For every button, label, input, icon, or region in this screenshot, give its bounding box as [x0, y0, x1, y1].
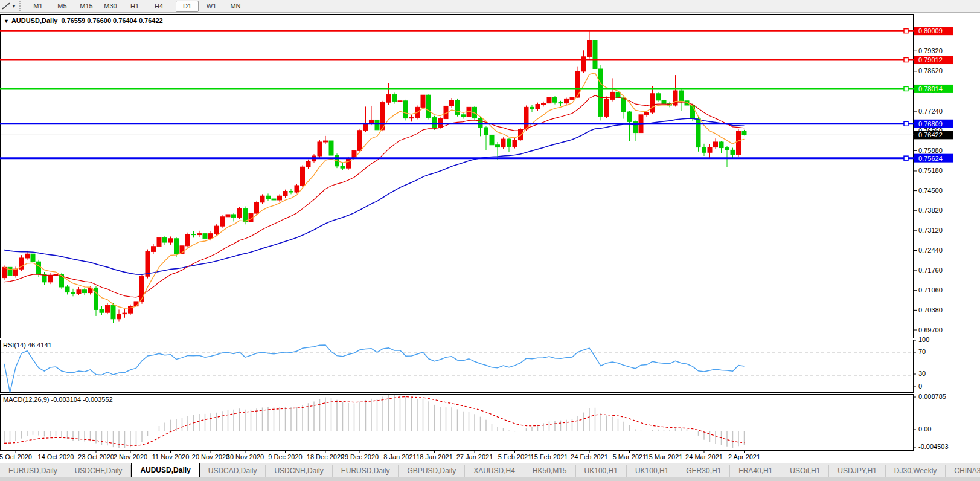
svg-text:0.74500: 0.74500 — [918, 187, 943, 194]
chart-tab-uk100-h1[interactable]: UK100,H1 — [627, 465, 677, 477]
svg-text:0.73820: 0.73820 — [918, 207, 943, 214]
svg-text:0.008785: 0.008785 — [918, 393, 946, 400]
chart-tab-dj30-weekly[interactable]: DJ30,Weekly — [886, 465, 946, 477]
svg-text:0.75880: 0.75880 — [918, 147, 943, 154]
chart-tab-usdcad-daily[interactable]: USDCAD,Daily — [200, 465, 266, 477]
chart-tab-hk50-m15[interactable]: HK50,M15 — [524, 465, 576, 477]
ohlc-values: 0.76559 0.76600 0.76404 0.76422 — [61, 17, 162, 24]
svg-text:27 Jan 2021: 27 Jan 2021 — [456, 453, 493, 460]
macd-indicator-label: MACD(12,26,9) -0.003104 -0.003552 — [3, 396, 113, 403]
svg-text:0.77240: 0.77240 — [918, 108, 943, 115]
chart-tab-eurusd-daily[interactable]: EURUSD,Daily — [0, 465, 66, 477]
svg-text:2 Nov 2020: 2 Nov 2020 — [114, 453, 147, 460]
chart-title: ▼AUDUSD,Daily 0.76559 0.76600 0.76404 0.… — [4, 17, 163, 24]
svg-text:0: 0 — [918, 383, 922, 390]
svg-text:0.76809: 0.76809 — [918, 120, 943, 128]
svg-text:100: 100 — [918, 336, 929, 343]
chart-tab-usdjpy-h1[interactable]: USDJPY,H1 — [829, 465, 885, 477]
svg-text:9 Dec 2020: 9 Dec 2020 — [268, 453, 302, 460]
svg-text:0.69700: 0.69700 — [918, 326, 943, 334]
symbol-dropdown-icon[interactable]: ▼ — [4, 18, 9, 24]
svg-text:0.75624: 0.75624 — [918, 155, 943, 162]
chart-tab-gbpusd-daily[interactable]: GBPUSD,Daily — [399, 465, 465, 477]
svg-text:0.80009: 0.80009 — [918, 27, 943, 34]
svg-text:30 Nov 2020: 30 Nov 2020 — [226, 453, 264, 460]
symbol-name: AUDUSD,Daily — [11, 17, 57, 24]
chart-tab-usoil-h1[interactable]: USOil,H1 — [781, 465, 829, 477]
svg-text:-0.004503: -0.004503 — [918, 443, 949, 450]
svg-text:18 Jan 2021: 18 Jan 2021 — [416, 453, 453, 460]
svg-text:0.71760: 0.71760 — [918, 266, 943, 274]
chart-tab-usdcnh-daily[interactable]: USDCNH,Daily — [266, 465, 332, 477]
chart-tab-china300-h1[interactable]: CHINA300,H1 — [946, 465, 980, 477]
chart-tab-fra40-h1[interactable]: FRA40,H1 — [730, 465, 781, 477]
svg-text:0.71060: 0.71060 — [918, 286, 943, 294]
svg-text:24 Feb 2021: 24 Feb 2021 — [571, 453, 608, 460]
chart-tab-uk100-h1[interactable]: UK100,H1 — [576, 465, 627, 477]
svg-text:24 Mar 2021: 24 Mar 2021 — [685, 453, 723, 460]
svg-text:0.73120: 0.73120 — [918, 227, 943, 234]
chart-canvas[interactable]: 0.793200.786200.779400.772400.765600.758… — [0, 0, 980, 481]
svg-text:0.78014: 0.78014 — [918, 85, 943, 92]
svg-text:0.76422: 0.76422 — [918, 131, 943, 138]
chart-tab-usdchf-daily[interactable]: USDCHF,Daily — [66, 465, 132, 477]
rsi-indicator-label: RSI(14) 46.4141 — [3, 341, 52, 349]
svg-text:15 Mar 2021: 15 Mar 2021 — [645, 453, 683, 460]
svg-text:5 Feb 2021: 5 Feb 2021 — [498, 453, 532, 460]
status-strip — [0, 477, 980, 481]
svg-text:2 Apr 2021: 2 Apr 2021 — [728, 453, 760, 460]
chart-tab-eurusd-daily[interactable]: EURUSD,Daily — [333, 465, 399, 477]
svg-text:0.00: 0.00 — [918, 425, 931, 433]
svg-text:20 Nov 2020: 20 Nov 2020 — [192, 453, 229, 460]
chart-tab-audusd-daily[interactable]: AUDUSD,Daily — [131, 463, 199, 477]
svg-text:5 Oct 2020: 5 Oct 2020 — [0, 453, 32, 460]
svg-text:0.78620: 0.78620 — [918, 67, 943, 74]
svg-text:5 Mar 2021: 5 Mar 2021 — [613, 453, 647, 460]
svg-text:0.75180: 0.75180 — [918, 167, 943, 174]
svg-text:0.72440: 0.72440 — [918, 247, 943, 254]
chart-tab-ger30-h1[interactable]: GER30,H1 — [677, 465, 730, 477]
svg-text:0.79320: 0.79320 — [918, 47, 943, 54]
svg-text:0.70380: 0.70380 — [918, 306, 943, 314]
svg-text:23 Oct 2020: 23 Oct 2020 — [78, 453, 114, 460]
svg-text:8 Jan 2021: 8 Jan 2021 — [383, 453, 416, 460]
chart-tab-xauusd-h4[interactable]: XAUUSD,H4 — [465, 465, 524, 477]
chart-tab-bar: EURUSD,DailyUSDCHF,DailyAUDUSD,DailyUSDC… — [0, 463, 980, 477]
svg-text:29 Dec 2020: 29 Dec 2020 — [341, 453, 379, 460]
svg-text:30: 30 — [918, 370, 926, 377]
svg-text:14 Oct 2020: 14 Oct 2020 — [38, 453, 74, 460]
svg-text:18 Dec 2020: 18 Dec 2020 — [307, 453, 344, 460]
svg-text:70: 70 — [918, 348, 926, 355]
trading-platform-window: ▼ M1M5M15M30H1H4D1W1MN 0.793200.786200.7… — [0, 0, 980, 481]
svg-text:11 Nov 2020: 11 Nov 2020 — [152, 453, 190, 460]
svg-text:15 Feb 2021: 15 Feb 2021 — [531, 453, 568, 460]
svg-text:0.79012: 0.79012 — [918, 56, 943, 63]
